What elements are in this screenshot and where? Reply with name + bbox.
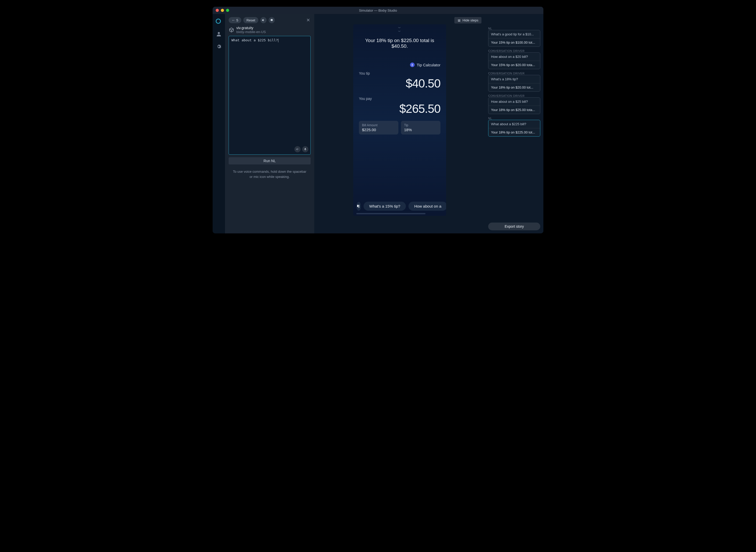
sound-icon[interactable] xyxy=(260,17,266,23)
input-icons xyxy=(295,146,308,152)
device-bottom: What's a 15% tip? How about on a xyxy=(356,201,446,211)
bixby-orb-icon[interactable] xyxy=(356,202,361,211)
right-panel: NLWhat's a good tip for a $10...Your 15%… xyxy=(485,14,543,234)
run-nl-button[interactable]: Run NL xyxy=(229,157,311,164)
window-title: Simulator — Bixby Studio xyxy=(213,8,543,12)
app-window: Simulator — Bixby Studio ← 5 Rese xyxy=(213,7,543,234)
hide-steps-button[interactable]: Hide steps xyxy=(454,17,482,23)
suggestion-1-label: What's a 15% tip? xyxy=(369,204,400,209)
nl-input-text: What about a $225 bill? xyxy=(229,36,311,44)
back-button[interactable]: ← 5 xyxy=(229,17,241,23)
titlebar: Simulator — Bixby Studio xyxy=(213,7,543,14)
drag-handle-icon[interactable]: ︾︾ xyxy=(353,26,446,33)
tip-card[interactable]: Tip 18% xyxy=(401,121,440,135)
center-panel: Hide steps ︾︾ Your 18% tip on $225.00 to… xyxy=(314,14,485,234)
result-summary: Your 18% tip on $225.00 total is $40.50. xyxy=(359,38,440,49)
cards-row: Bill Amount $225.00 Tip 18% xyxy=(359,121,440,135)
back-count: 5 xyxy=(236,18,238,22)
tip-card-label: Tip xyxy=(404,123,437,127)
capsule-target: bixby-mobile-en-US xyxy=(236,30,266,34)
pay-label: You pay xyxy=(359,97,440,101)
step-input: What's a good tip for a $10... xyxy=(489,30,540,38)
user-icon[interactable] xyxy=(216,31,222,37)
bill-card[interactable]: Bill Amount $225.00 xyxy=(359,121,398,135)
horiz-scrollbar[interactable] xyxy=(356,213,425,214)
reset-label: Reset xyxy=(246,18,255,22)
close-panel-icon[interactable]: ✕ xyxy=(306,17,311,23)
bug-icon[interactable] xyxy=(268,17,275,23)
bixby-logo-icon[interactable] xyxy=(216,19,222,25)
step-output: Your 18% tip on $25.00 tota... xyxy=(489,106,540,114)
gear-icon[interactable] xyxy=(216,43,222,49)
minimize-window-icon[interactable] xyxy=(221,9,224,12)
suggestion-pill-2[interactable]: How about on a xyxy=(408,201,446,211)
left-toolbar: ← 5 Reset ✕ xyxy=(229,17,311,23)
suggestion-2-label: How about on a xyxy=(414,204,441,209)
bill-card-label: Bill Amount xyxy=(362,123,395,127)
suggestion-pill-1[interactable]: What's a 15% tip? xyxy=(364,201,406,211)
step-output: Your 18% tip on $20.00 tot... xyxy=(489,84,540,92)
arrow-left-icon: ← xyxy=(232,18,235,22)
steps-icon xyxy=(457,19,461,22)
step-kind-label: CONVERSATION DRIVER xyxy=(488,94,540,97)
svg-point-0 xyxy=(218,32,220,34)
step-input: What's a 18% tip? xyxy=(489,75,540,84)
hide-steps-label: Hide steps xyxy=(462,18,479,22)
app-name: Tip Calculator xyxy=(417,63,440,67)
step-kind-label: NL xyxy=(488,117,540,120)
mic-icon[interactable] xyxy=(302,146,308,152)
close-window-icon[interactable] xyxy=(216,9,219,12)
app-body: ← 5 Reset ✕ viv xyxy=(213,14,543,234)
export-story-button[interactable]: Export story xyxy=(488,223,540,230)
capsule-info: viv.gratuity bixby-mobile-en-US xyxy=(236,26,266,34)
zoom-window-icon[interactable] xyxy=(226,9,229,12)
left-panel: ← 5 Reset ✕ viv xyxy=(225,14,314,234)
capsule-name: viv.gratuity xyxy=(236,26,266,30)
device-preview: ︾︾ Your 18% tip on $225.00 total is $40.… xyxy=(353,24,446,216)
run-nl-label: Run NL xyxy=(263,159,275,163)
step-card[interactable]: What's a 18% tip?Your 18% tip on $20.00 … xyxy=(488,75,540,92)
app-badge-icon: ₿ xyxy=(410,62,415,67)
step-card[interactable]: How about on a $25 bill?Your 18% tip on … xyxy=(488,97,540,114)
step-kind-label: CONVERSATION DRIVER xyxy=(488,72,540,75)
capsule-row[interactable]: viv.gratuity bixby-mobile-en-US xyxy=(229,26,311,34)
step-input: What about a $225 bill? xyxy=(489,120,540,128)
export-story-label: Export story xyxy=(505,224,524,229)
tip-label: You tip xyxy=(359,71,440,76)
step-output: Your 15% tip on $100.00 tot... xyxy=(489,38,540,46)
steps-list: NLWhat's a good tip for a $10...Your 15%… xyxy=(488,27,540,139)
step-kind-label: CONVERSATION DRIVER xyxy=(488,49,540,52)
step-output: Your 15% tip on $20.00 tota... xyxy=(489,61,540,69)
step-card[interactable]: How about on a $20 bill?Your 15% tip on … xyxy=(488,52,540,69)
device-content: Your 18% tip on $225.00 total is $40.50.… xyxy=(353,24,446,135)
tip-card-value: 18% xyxy=(404,128,437,132)
pay-amount: $265.50 xyxy=(359,102,440,116)
nl-input[interactable]: What about a $225 bill? xyxy=(229,36,311,155)
step-kind-label: NL xyxy=(488,27,540,30)
nav-rail xyxy=(213,14,225,234)
window-controls xyxy=(216,9,229,12)
tip-amount: $40.50 xyxy=(359,77,440,90)
step-output: Your 18% tip on $225.00 tot... xyxy=(489,128,540,136)
package-icon xyxy=(229,27,234,33)
mute-icon[interactable] xyxy=(295,146,301,152)
step-input: How about on a $25 bill? xyxy=(489,98,540,106)
voice-hint: To use voice commands, hold down the spa… xyxy=(229,169,311,179)
reset-button[interactable]: Reset xyxy=(243,17,258,23)
step-card[interactable]: What about a $225 bill?Your 18% tip on $… xyxy=(488,120,540,137)
bill-card-value: $225.00 xyxy=(362,128,395,132)
step-input: How about on a $20 bill? xyxy=(489,53,540,61)
step-card[interactable]: What's a good tip for a $10...Your 15% t… xyxy=(488,30,540,47)
app-row[interactable]: ₿ Tip Calculator xyxy=(359,62,440,67)
